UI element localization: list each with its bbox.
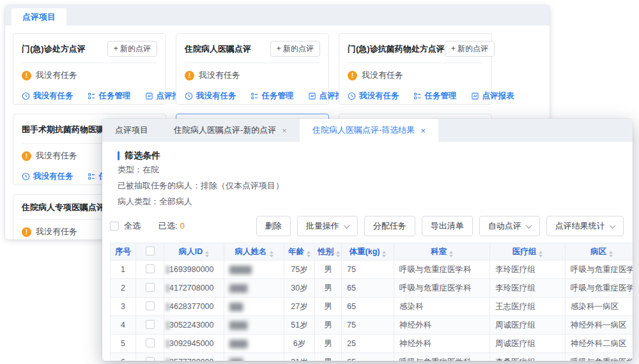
front-tab-bar: 点评项目 住院病人医嘱点评-新的点评 × 住院病人医嘱点评-筛选结果 × <box>102 119 633 142</box>
project-card: 门(急)诊处方点评 + 新的点评 ! 我没有任务 我没有任务 任务管理 <box>13 33 166 105</box>
age-cell: 75岁 <box>284 261 315 279</box>
sort-icon <box>609 251 613 257</box>
my-tasks-link[interactable]: 我没有任务 <box>22 91 73 102</box>
tab-review-projects[interactable]: 点评项目 <box>102 119 161 142</box>
sort-icon <box>449 251 453 257</box>
selected-count: 已选:0 <box>158 220 185 232</box>
patient-id-cell: 1693980000 <box>164 261 224 279</box>
status-text: 我没有任务 <box>36 150 77 162</box>
status-text: 我没有任务 <box>36 70 77 81</box>
col-medical-group[interactable]: 医疗组 <box>490 243 566 261</box>
age-cell: 27岁 <box>284 298 315 316</box>
app-stage: 点评项目 门(急)诊处方点评 + 新的点评 ! 我没有任务 我没有任务 <box>0 0 639 364</box>
table-row: 5 3092945000 ████ 6岁 男 25 神经外科 周诚医疗组 神经外… <box>111 335 633 353</box>
sex-cell: 男 <box>315 279 342 298</box>
filter-result-window: 点评项目 住院病人医嘱点评-新的点评 × 住院病人医嘱点评-筛选结果 × 筛选条… <box>102 119 633 361</box>
project-card: 门(急)诊抗菌药物处方点评 + 新的点评 ! 我没有任务 我没有任务 任务管理 <box>339 33 492 105</box>
table-toolbar: 全选 已选:0 删除 批量操作 分配任务 导出清单 自动点评 点评结果统计 <box>110 216 625 236</box>
section-title-bar <box>118 151 119 160</box>
redaction-smudge <box>166 303 170 311</box>
col-weight[interactable]: 体重(kg) <box>342 243 394 261</box>
row-checkbox[interactable] <box>146 357 155 361</box>
close-tab-icon[interactable]: × <box>420 126 426 135</box>
tab-new-review[interactable]: 住院病人医嘱点评-新的点评 × <box>161 119 300 142</box>
redacted-name: ████ <box>229 284 247 292</box>
back-tab-bar: 点评项目 <box>5 5 550 26</box>
sex-cell: 男 <box>315 353 342 361</box>
col-age[interactable]: 年龄 <box>284 243 315 261</box>
batch-actions-dropdown[interactable]: 批量操作 <box>297 216 358 236</box>
medical-group-cell: 周诚医疗组 <box>490 335 566 353</box>
col-patient-name[interactable]: 病人姓名 <box>224 243 284 261</box>
task-management-link[interactable]: 任务管理 <box>250 91 294 102</box>
divider <box>185 63 320 63</box>
row-checkbox[interactable] <box>146 320 155 329</box>
delete-button[interactable]: 删除 <box>256 216 291 236</box>
patient-id-cell: 3092945000 <box>164 335 224 353</box>
close-tab-icon[interactable]: × <box>282 126 287 135</box>
warning-icon: ! <box>22 227 31 237</box>
task-management-link[interactable]: 任务管理 <box>413 91 457 102</box>
chevron-down-icon <box>525 222 532 229</box>
redacted-name: ███ <box>229 358 242 361</box>
patient-id-cell: 4628377000 <box>164 298 224 316</box>
medical-group-cell: 王志医疗组 <box>490 298 566 316</box>
my-tasks-link[interactable]: 我没有任务 <box>22 171 73 182</box>
sort-icon <box>307 251 311 257</box>
redacted-name: ████ <box>229 340 247 347</box>
department-cell: 神经外科 <box>394 316 490 335</box>
divider <box>22 63 157 63</box>
col-department[interactable]: 科室 <box>394 243 490 261</box>
my-tasks-link[interactable]: 我没有任务 <box>185 91 236 102</box>
task-management-link[interactable]: 任务管理 <box>88 91 131 102</box>
select-all[interactable]: 全选 <box>110 220 141 232</box>
tab-filter-result[interactable]: 住院病人医嘱点评-筛选结果 × <box>300 119 438 142</box>
filter-conditions-section: 筛选条件 类型：在院 已被抽取任务的病人：排除（仅本点评项目） 病人类型：全部病… <box>118 150 625 209</box>
row-checkbox[interactable] <box>146 264 155 273</box>
col-patient-id[interactable]: 病人ID <box>164 243 224 261</box>
ward-cell: 神经外科一病区 <box>566 316 633 335</box>
table-row: 2 4172708000 ████ 30岁 男 65 呼吸与危重症医学科 李玲医… <box>111 279 633 298</box>
department-cell: 呼吸与危重症医学科 <box>394 279 490 298</box>
row-index: 1 <box>111 261 136 279</box>
table-row: 1 1693980000 █████ 75岁 男 75 呼吸与危重症医学科 李玲… <box>111 261 633 279</box>
card-title: 门(急)诊处方点评 <box>22 43 86 55</box>
col-sex[interactable]: 性别 <box>315 243 342 261</box>
sort-icon <box>382 251 386 257</box>
patient-name-cell: ███ <box>224 353 284 361</box>
warning-icon: ! <box>22 71 31 80</box>
status-text: 我没有任务 <box>36 226 77 238</box>
new-review-button[interactable]: + 新的点评 <box>445 41 495 57</box>
medical-group-cell: 李玲医疗组 <box>490 261 566 279</box>
redacted-name: █████ <box>229 266 251 273</box>
assign-task-button[interactable]: 分配任务 <box>364 216 415 236</box>
redaction-smudge <box>166 266 170 274</box>
filter-section-title: 筛选条件 <box>118 150 625 162</box>
select-all-checkbox[interactable] <box>110 222 119 231</box>
table-row: 4 3052243000 ████ 51岁 男 75 神经外科 周诚医疗组 神经… <box>111 316 633 335</box>
sort-icon <box>336 251 340 257</box>
card-title: 住院病人医嘱点评 <box>185 43 251 55</box>
review-report-link[interactable]: 点评报表 <box>471 91 514 102</box>
export-list-button[interactable]: 导出清单 <box>422 216 473 236</box>
new-review-button[interactable]: + 新的点评 <box>270 41 320 57</box>
row-checkbox[interactable] <box>146 283 155 292</box>
weight-cell: 65 <box>342 353 394 361</box>
review-stats-dropdown[interactable]: 点评结果统计 <box>546 216 624 236</box>
auto-review-dropdown[interactable]: 自动点评 <box>479 216 540 236</box>
patient-id-cell: 3052243000 <box>164 316 224 335</box>
task-list-icon <box>250 92 259 100</box>
row-index: 5 <box>111 335 136 353</box>
ward-cell: 呼吸与危重症医学科... <box>566 279 633 298</box>
row-checkbox[interactable] <box>146 338 155 347</box>
header-checkbox[interactable] <box>146 246 155 255</box>
filter-extracted-line: 已被抽取任务的病人：排除（仅本点评项目） <box>118 178 625 193</box>
row-checkbox[interactable] <box>146 301 155 310</box>
new-review-button[interactable]: + 新的点评 <box>107 41 157 57</box>
age-cell: 6岁 <box>284 335 315 353</box>
patient-name-cell: ████ <box>224 335 284 353</box>
tab-review-projects[interactable]: 点评项目 <box>12 8 66 26</box>
ward-cell: 神经外科二病区 <box>566 335 633 353</box>
col-ward[interactable]: 病区 <box>566 243 633 261</box>
my-tasks-link[interactable]: 我没有任务 <box>348 91 399 102</box>
